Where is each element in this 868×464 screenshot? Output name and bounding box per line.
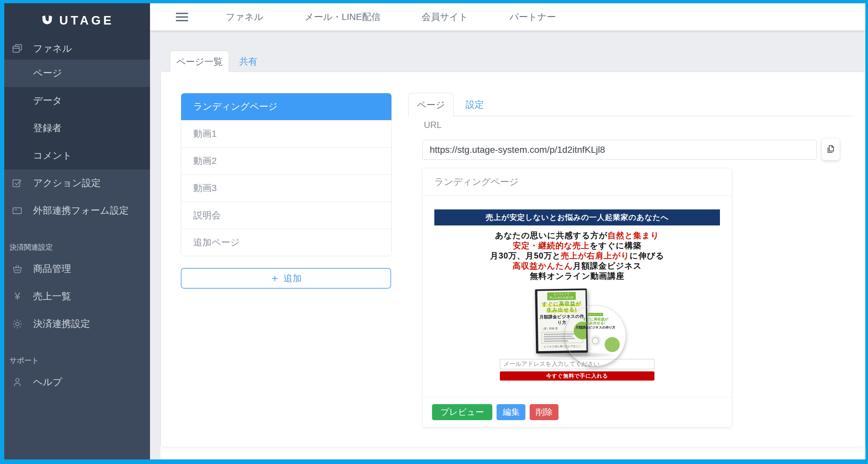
dvd-disc: オンラインで すぐに高収益が生み出せる! 月額課金ビジネスの作り方: [565, 305, 626, 366]
url-label: URL: [424, 120, 441, 130]
sidebar-item-product-management[interactable]: 商品管理: [4, 255, 150, 283]
sidebar-item-action-settings[interactable]: アクション設定: [4, 169, 150, 197]
card-title: ランディングページ: [423, 168, 732, 196]
plus-icon: [270, 274, 279, 283]
page-list-item-extra-page[interactable]: 追加ページ: [181, 229, 392, 256]
content-left-gutter: [150, 30, 160, 459]
utage-logo-mark-icon: [40, 14, 54, 28]
funnel-windows-icon: [11, 43, 23, 55]
tab-page-list[interactable]: ページ一覧: [170, 51, 229, 72]
sidebar-section-support-label: サポート: [4, 353, 150, 368]
cta-button[interactable]: 今すぐ無料で手に入れる: [500, 371, 654, 380]
sidebar-item-funnel[interactable]: ファネル: [4, 38, 150, 60]
sidebar-item-external-form-settings[interactable]: 外部連携フォーム設定: [4, 197, 150, 225]
landing-page-preview: 売上が安定しないとお悩みの一人起業家のあなたへ あなたの思いに共感する方が自然と…: [423, 209, 732, 380]
disc-hole: [592, 337, 599, 344]
page-list-panel: ランディングページ 動画1 動画2 動画3 説明会 追加ページ 追加 ページ 設…: [160, 72, 865, 447]
sidebar-subitem-comments[interactable]: コメント: [4, 142, 150, 169]
utage-logo-text: UTAGE: [59, 14, 114, 28]
lp-headline-line3: 月30万、月50万と売上が右肩上がりに伸びる: [423, 251, 732, 261]
form-icon: [11, 205, 23, 217]
book-product-image: オンラインで学ぶためのお金の話 すぐに高収益が生み出せる! 月額課金ビジネスの作…: [526, 288, 628, 356]
lp-headline-line4: 高収益かんたん月額課金ビジネス: [423, 261, 732, 271]
disc-title-green: すぐに高収益が生み出せる!: [565, 317, 626, 325]
page-list-item-video2[interactable]: 動画2: [181, 147, 392, 174]
person-icon: [11, 376, 23, 388]
topnav-item-member-site[interactable]: 会員サイト: [422, 11, 468, 23]
tab-share[interactable]: 共有: [239, 51, 257, 72]
lp-headline-line2: 安定・継続的な売上をすぐに構築: [423, 240, 732, 251]
sidebar-subitem-pages[interactable]: ページ: [4, 60, 150, 87]
basket-icon: [11, 263, 23, 275]
copy-icon: [826, 144, 836, 154]
sidebar-item-label: ファネル: [33, 42, 72, 55]
topnav-item-partner[interactable]: パートナー: [509, 11, 556, 23]
book-badge: オンラインで学ぶためのお金の話: [547, 292, 576, 300]
tab-divider: [408, 116, 855, 116]
page-list-item-video1[interactable]: 動画1: [181, 120, 392, 147]
lp-headline: あなたの思いに共感する方が自然と集まり 安定・継続的な売上をすぐに構築 月30万…: [423, 230, 732, 281]
checkbox-check-icon: [11, 177, 23, 189]
disc-title-black: 月額課金ビジネスの作り方: [565, 325, 626, 330]
preview-button[interactable]: プレビュー: [432, 404, 492, 420]
sidebar-item-sales-list[interactable]: ¥ 売上一覧: [4, 283, 150, 310]
sidebar-section-payment-label: 決済関連設定: [4, 239, 150, 255]
sidebar-funnel-group: UTAGE ファネル ページ データ 登録者 コメント: [4, 3, 150, 169]
add-page-button[interactable]: 追加: [181, 268, 391, 289]
sidebar-subitem-data[interactable]: データ: [4, 87, 150, 114]
top-navbar: ファネル メール・LINE配信 会員サイト パートナー: [150, 3, 865, 30]
tab-settings[interactable]: 設定: [465, 93, 484, 116]
card-footer: プレビュー 編集 削除: [423, 397, 732, 427]
sidebar: UTAGE ファネル ページ データ 登録者 コメント: [4, 3, 150, 459]
url-input[interactable]: [422, 140, 817, 160]
content-area: ページ一覧 共有 ランディングページ 動画1 動画2 動画3 説明会 追加ページ…: [150, 30, 865, 459]
gear-icon: [11, 318, 23, 330]
topnav-item-mail-line[interactable]: メール・LINE配信: [305, 11, 381, 23]
page-list: ランディングページ 動画1 動画2 動画3 説明会 追加ページ: [181, 93, 392, 256]
copy-url-button[interactable]: [822, 138, 840, 160]
edit-button[interactable]: 編集: [497, 404, 525, 420]
disc-green-blob: [604, 337, 620, 352]
hamburger-menu-button[interactable]: [176, 13, 188, 21]
disc-badge: オンラインで: [588, 313, 603, 316]
lp-headline-line5: 無料オンライン動画講座: [423, 271, 732, 281]
yen-icon: ¥: [11, 291, 23, 302]
email-input[interactable]: [500, 359, 654, 369]
tab-page[interactable]: ページ: [408, 93, 454, 117]
delete-button[interactable]: 削除: [530, 404, 558, 420]
lp-banner: 売上が安定しないとお悩みの一人起業家のあなたへ: [434, 209, 720, 226]
app-window: UTAGE ファネル ページ データ 登録者 コメント: [4, 3, 865, 459]
topnav-item-funnel[interactable]: ファネル: [226, 11, 264, 23]
top-nav-items: ファネル メール・LINE配信 会員サイト パートナー: [226, 11, 556, 23]
page-card: ランディングページ 売上が安定しないとお悩みの一人起業家のあなたへ あなたの思い…: [422, 168, 732, 427]
sidebar-subitem-registrants[interactable]: 登録者: [4, 114, 150, 142]
page-list-item-video3[interactable]: 動画3: [181, 174, 392, 202]
utage-logo: UTAGE: [4, 3, 150, 38]
hamburger-icon: [176, 13, 188, 14]
page-list-item-seminar[interactable]: 説明会: [181, 202, 392, 229]
sidebar-item-help[interactable]: ヘルプ: [4, 368, 150, 396]
main-area: ファネル メール・LINE配信 会員サイト パートナー ページ一覧 共有 ランデ…: [150, 3, 865, 459]
sidebar-item-payment-integration[interactable]: 決済連携設定: [4, 310, 150, 338]
page-list-item-landing-page[interactable]: ランディングページ: [181, 93, 392, 120]
lp-headline-line1: あなたの思いに共感する方が自然と集まり: [423, 230, 732, 240]
